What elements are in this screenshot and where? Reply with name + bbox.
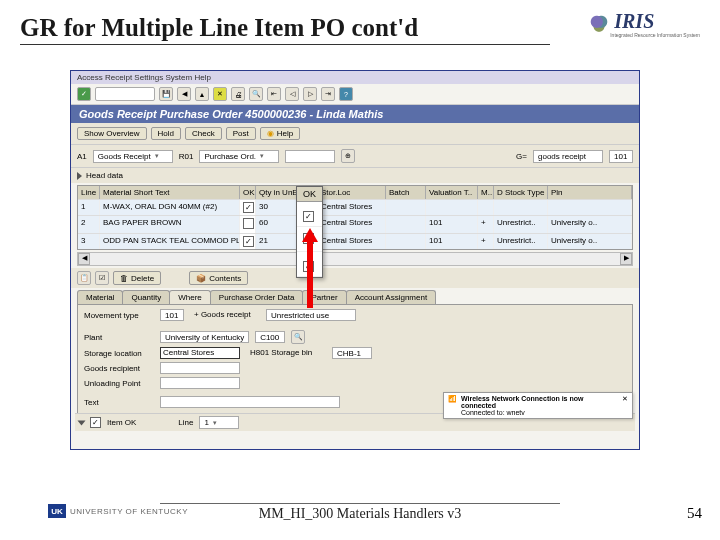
- tab-where[interactable]: Where: [169, 290, 211, 304]
- contents-button[interactable]: 📦Contents: [189, 271, 248, 285]
- line-label: Line: [178, 418, 193, 427]
- transaction-dropdown[interactable]: Goods Receipt: [93, 150, 173, 163]
- copy-icon[interactable]: 📋: [77, 271, 91, 285]
- hold-button[interactable]: Hold: [151, 127, 181, 140]
- col-sloc[interactable]: Stor.Loc: [318, 186, 386, 199]
- standard-toolbar: ✓ 💾 ◀ ▲ ✕ 🖨 🔍 ⇤ ◁ ▷ ⇥ ?: [71, 84, 639, 105]
- select-all-icon[interactable]: ☑: [95, 271, 109, 285]
- storage-location-field[interactable]: Central Stores: [160, 347, 240, 359]
- help-button[interactable]: ◉Help: [260, 127, 300, 140]
- execute-icon[interactable]: ⊕: [341, 149, 355, 163]
- ok-popup-header: OK: [297, 187, 322, 202]
- line-dropdown[interactable]: 1: [199, 416, 239, 429]
- a1-label: A1: [77, 152, 87, 161]
- tab-quantity[interactable]: Quantity: [122, 290, 170, 304]
- col-val[interactable]: Valuation T..: [426, 186, 478, 199]
- cancel-icon[interactable]: ✕: [213, 87, 227, 101]
- detail-tabs: MaterialQuantityWherePurchase Order Data…: [77, 290, 633, 304]
- po-field-1[interactable]: [285, 150, 335, 163]
- grid-scrollbar[interactable]: ◀ ▶: [77, 252, 633, 266]
- col-stock[interactable]: D Stock Type: [494, 186, 548, 199]
- movement-code-field[interactable]: 101: [609, 150, 633, 163]
- delete-button[interactable]: 🗑Delete: [113, 271, 161, 285]
- storage-location-label: Storage location: [84, 349, 154, 358]
- print-icon[interactable]: 🖨: [231, 87, 245, 101]
- table-row[interactable]: 1M-WAX, ORAL DGN 40MM (#2)✓30IVCentral S…: [78, 199, 632, 215]
- notif-line1: Wireless Network Connection is now conne…: [461, 395, 618, 409]
- movement-text-field[interactable]: goods receipt: [533, 150, 603, 163]
- items-grid: Line Material Short Text OK Qty in UnE E…: [77, 185, 633, 250]
- first-page-icon[interactable]: ⇤: [267, 87, 281, 101]
- movement-type-text: + Goods receipt: [190, 309, 260, 321]
- command-field[interactable]: [95, 87, 155, 101]
- r01-label: R01: [179, 152, 194, 161]
- storage-bin-field[interactable]: CHB-1: [332, 347, 372, 359]
- network-notification[interactable]: 📶 Wireless Network Connection is now con…: [443, 392, 633, 419]
- movement-type-field[interactable]: 101: [160, 309, 184, 321]
- prev-page-icon[interactable]: ◁: [285, 87, 299, 101]
- slide-footer: MM_HI_300 Materials Handlers v3: [160, 503, 560, 522]
- sap-window: Access Receipt Settings System Help ✓ 💾 …: [70, 70, 640, 450]
- col-qty[interactable]: Qty in UnE: [256, 186, 300, 199]
- app-toolbar: Show Overview Hold Check Post ◉Help: [71, 123, 639, 144]
- scroll-right-icon[interactable]: ▶: [620, 253, 632, 265]
- collapse-icon[interactable]: [78, 420, 86, 425]
- plant-label: Plant: [84, 333, 154, 342]
- unloading-point-label: Unloading Point: [84, 379, 154, 388]
- next-page-icon[interactable]: ▷: [303, 87, 317, 101]
- col-line[interactable]: Line: [78, 186, 100, 199]
- tab-purchase-order-data[interactable]: Purchase Order Data: [210, 290, 304, 304]
- iris-logo: IRIS Integrated Resource Information Sys…: [588, 10, 700, 38]
- plant-search-icon[interactable]: 🔍: [291, 330, 305, 344]
- uk-logo-badge: UK: [48, 504, 66, 518]
- text-label: Text: [84, 398, 154, 407]
- post-button[interactable]: Post: [226, 127, 256, 140]
- find-icon[interactable]: 🔍: [249, 87, 263, 101]
- goods-recipient-label: Goods recipient: [84, 364, 154, 373]
- goods-recipient-field[interactable]: [160, 362, 240, 374]
- col-m[interactable]: M..: [478, 186, 494, 199]
- col-ok[interactable]: OK: [240, 186, 256, 199]
- table-row[interactable]: 3ODD PAN STACK TEAL COMMOD PLSTC✓21IVCen…: [78, 233, 632, 249]
- stock-type-dropdown[interactable]: Unrestricted use: [266, 309, 356, 321]
- iris-subtitle: Integrated Resource Information System: [610, 33, 700, 38]
- close-icon[interactable]: ✕: [622, 395, 628, 403]
- back-icon[interactable]: ◀: [177, 87, 191, 101]
- col-batch[interactable]: Batch: [386, 186, 426, 199]
- movement-type-label: Movement type: [84, 311, 154, 320]
- show-overview-button[interactable]: Show Overview: [77, 127, 147, 140]
- ok-check-1[interactable]: ✓: [303, 211, 314, 222]
- callout-arrow: [304, 228, 316, 308]
- save-icon[interactable]: 💾: [159, 87, 173, 101]
- notif-line2: Connected to: wnetv: [461, 409, 618, 416]
- tab-account-assignment[interactable]: Account Assignment: [346, 290, 436, 304]
- tab-material[interactable]: Material: [77, 290, 123, 304]
- col-pln[interactable]: Pln: [548, 186, 632, 199]
- plant-field[interactable]: University of Kentucky: [160, 331, 249, 343]
- text-field[interactable]: [160, 396, 340, 408]
- slide-number: 54: [687, 505, 702, 522]
- item-ok-label: Item OK: [107, 418, 136, 427]
- col-material[interactable]: Material Short Text: [100, 186, 240, 199]
- head-data-toggle[interactable]: Head data: [71, 168, 639, 183]
- plant-code[interactable]: C100: [255, 331, 285, 343]
- item-ok-checkbox[interactable]: ✓: [90, 417, 101, 428]
- scroll-left-icon[interactable]: ◀: [78, 253, 90, 265]
- menu-bar[interactable]: Access Receipt Settings System Help: [71, 71, 639, 84]
- reference-dropdown[interactable]: Purchase Ord.: [199, 150, 279, 163]
- help-icon[interactable]: ?: [339, 87, 353, 101]
- filter-row: A1 Goods Receipt R01 Purchase Ord. ⊕ G= …: [71, 144, 639, 168]
- unloading-point-field[interactable]: [160, 377, 240, 389]
- last-page-icon[interactable]: ⇥: [321, 87, 335, 101]
- grid-action-row: 📋 ☑ 🗑Delete 📦Contents: [71, 268, 639, 288]
- enter-icon[interactable]: ✓: [77, 87, 91, 101]
- window-title: Goods Receipt Purchase Order 4500000236 …: [71, 105, 639, 123]
- grid-header: Line Material Short Text OK Qty in UnE E…: [78, 186, 632, 199]
- slide-title: GR for Multiple Line Item PO cont'd: [20, 14, 550, 45]
- exit-icon[interactable]: ▲: [195, 87, 209, 101]
- storage-bin-label: H801 Storage bin: [246, 347, 326, 359]
- g-label: G=: [516, 152, 527, 161]
- table-row[interactable]: 2BAG PAPER BROWN60IVCentral Stores101+Un…: [78, 215, 632, 233]
- check-button[interactable]: Check: [185, 127, 222, 140]
- expand-icon: [77, 172, 82, 180]
